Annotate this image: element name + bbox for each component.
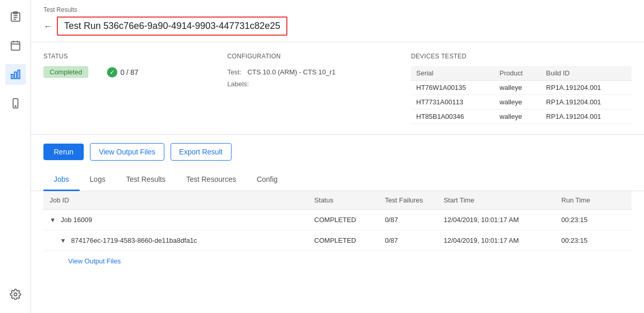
config-label: Configuration [227,53,411,60]
device-product: walleye [495,81,541,95]
check-icon: ✓ [107,67,117,77]
clipboard-icon[interactable] [5,6,26,27]
info-section: Status Completed ✓ 0 / 87 Configuration … [31,42,644,135]
chevron-icon[interactable]: ▼ [60,237,66,244]
device-serial: HT7731A00113 [411,95,494,109]
title-row: ← Test Run 536c76e6-9a90-4914-9903-44773… [43,17,632,36]
config-test-row: Test: CTS 10.0 (ARM) - CTS 10_r1 [227,66,411,78]
job-status-cell: COMPLETED [308,210,379,230]
col-header-failures: Test Failures [379,191,438,210]
job-status-cell: COMPLETED [308,230,379,251]
pass-count: ✓ 0 / 87 [107,67,139,77]
tab-test-results[interactable]: Test Results [116,169,176,191]
svg-rect-11 [18,70,20,79]
device-product: walleye [495,95,541,109]
table-row: HT7731A00113 walleye RP1A.191204.001 [411,95,632,109]
device-product: walleye [495,109,541,124]
main-content: Test Results ← Test Run 536c76e6-9a90-49… [31,0,644,313]
config-labels-row: Labels: [227,78,411,90]
table-row: HT85B1A00346 walleye RP1A.191204.001 [411,109,632,124]
devices-col-product: Product [495,66,541,81]
devices-col-serial: Serial [411,66,494,81]
status-badge: Completed [43,66,88,78]
devices-table: Serial Product Build ID HT76W1A00135 wal… [411,66,632,124]
view-output-button[interactable]: View Output Files [90,143,164,161]
test-value: CTS 10.0 (ARM) - CTS 10_r1 [248,68,336,76]
job-failures-cell: 0/87 [379,230,438,251]
device-serial: HT85B1A00346 [411,109,494,124]
device-build: RP1A.191204.001 [541,81,632,95]
labels-label: Labels: [227,80,249,88]
tab-config[interactable]: Config [247,169,288,191]
export-button[interactable]: Export Result [171,143,232,161]
job-id-value: Job 16009 [61,216,93,224]
svg-rect-10 [14,72,17,79]
job-start-time-cell: 12/04/2019, 10:01:17 AM [437,210,555,230]
phone-icon[interactable] [5,93,26,114]
status-col: Status Completed ✓ 0 / 87 [43,53,227,124]
devices-col: Devices Tested Serial Product Build ID H… [411,53,632,124]
job-id-value: 874176ec-1719-4583-8660-de11ba8dfa1c [71,237,197,244]
sidebar [0,0,31,313]
col-header-jobid: Job ID [43,191,308,210]
col-header-status: Status [308,191,379,210]
tab-jobs[interactable]: Jobs [43,169,80,191]
svg-point-14 [14,293,17,296]
tab-logs[interactable]: Logs [80,169,116,191]
job-start-time-cell: 12/04/2019, 10:01:17 AM [437,230,555,251]
device-build: RP1A.191204.001 [541,109,632,124]
job-run-time-cell: 00:23:15 [555,210,632,230]
breadcrumb: Test Results [43,6,632,13]
job-id-cell: ▼ Job 16009 [43,210,308,230]
job-run-time-cell: 00:23:15 [555,230,632,251]
test-run-title: Test Run 536c76e6-9a90-4914-9903-447731c… [57,17,287,36]
device-build: RP1A.191204.001 [541,95,632,109]
back-button[interactable]: ← [43,22,53,31]
config-col: Configuration Test: CTS 10.0 (ARM) - CTS… [227,53,411,124]
table-row: HT76W1A00135 walleye RP1A.191204.001 [411,81,632,95]
chevron-icon[interactable]: ▼ [50,216,56,224]
col-header-runtime: Run Time [555,191,632,210]
devices-label: Devices Tested [411,53,632,60]
test-label: Test: [227,68,241,76]
svg-point-13 [15,106,16,107]
header-section: Test Results ← Test Run 536c76e6-9a90-49… [31,0,644,42]
device-serial: HT76W1A00135 [411,81,494,95]
svg-rect-9 [11,74,13,79]
job-id-cell: ▼ 874176ec-1719-4583-8660-de11ba8dfa1c [43,230,308,251]
col-header-starttime: Start Time [437,191,555,210]
table-row: ▼ Job 16009 COMPLETED 0/87 12/04/2019, 1… [43,210,632,230]
tabs-section: Jobs Logs Test Results Test Resources Co… [31,169,644,191]
table-row: ▼ 874176ec-1719-4583-8660-de11ba8dfa1c C… [43,230,632,251]
rerun-button[interactable]: Rerun [43,144,84,160]
actions-section: Rerun View Output Files Export Result [31,135,644,169]
bar-chart-icon[interactable] [5,64,26,85]
jobs-table: Job ID Status Test Failures Start Time R… [43,191,632,269]
pass-count-value: 0 / 87 [120,68,139,76]
settings-icon[interactable] [5,284,26,305]
svg-rect-5 [11,42,20,51]
status-label: Status [43,53,227,60]
tab-test-resources[interactable]: Test Resources [176,169,246,191]
calendar-icon[interactable] [5,35,26,56]
devices-col-build: Build ID [541,66,632,81]
view-output-files-link[interactable]: View Output Files [68,255,121,267]
job-failures-cell: 0/87 [379,210,438,230]
jobs-table-section: Job ID Status Test Failures Start Time R… [31,191,644,313]
table-row: View Output Files [43,251,632,270]
